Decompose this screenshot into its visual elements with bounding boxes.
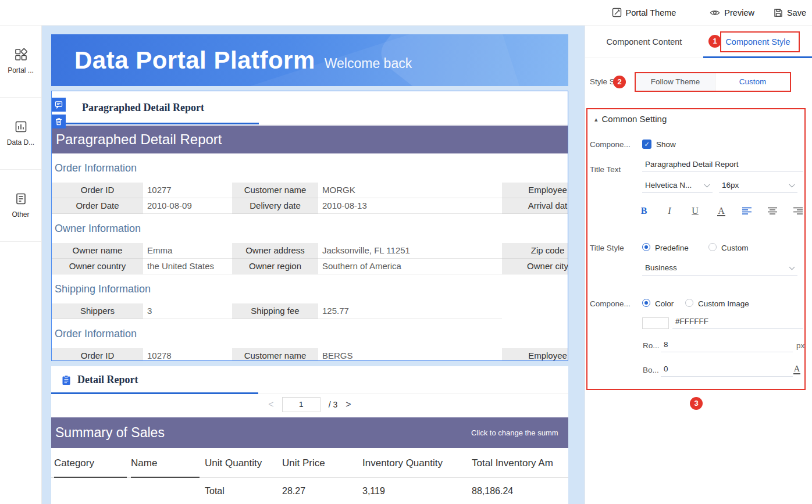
data-chart-icon xyxy=(15,120,27,133)
font-color-button[interactable]: A xyxy=(713,203,729,219)
page-number-input[interactable]: 1 xyxy=(282,397,320,412)
preview-button[interactable]: Preview xyxy=(710,8,754,17)
common-setting-collapse[interactable]: Common Setting xyxy=(594,113,667,126)
border-color-button[interactable]: A xyxy=(789,362,805,377)
field-value: 10277 xyxy=(143,183,232,198)
align-right-icon xyxy=(793,207,803,215)
field-label: Owner name xyxy=(52,243,143,259)
font-size-select[interactable]: 16px xyxy=(719,178,797,193)
column-header: Name xyxy=(128,448,202,477)
color-swatch[interactable] xyxy=(642,317,669,329)
underline-button[interactable]: U xyxy=(687,203,703,219)
field-label: Shipping fee xyxy=(232,303,318,319)
pagination: < 1 / 3 > xyxy=(51,394,568,415)
predefine-style-select[interactable]: Business xyxy=(642,260,797,276)
component-tab-title[interactable]: Paragraphed Detail Report xyxy=(82,91,568,124)
sidebar-item-label: Portal ... xyxy=(8,66,34,74)
field-label: Order ID xyxy=(52,348,143,361)
field-label: Customer name xyxy=(232,183,318,198)
border-input[interactable]: 0 xyxy=(661,362,793,377)
portal-theme-label: Portal Theme xyxy=(626,8,676,17)
tab-component-content[interactable]: Component Content xyxy=(585,26,703,58)
follow-theme-option[interactable]: Follow Theme xyxy=(636,73,715,91)
paragraphed-report-component[interactable]: Paragraphed Detail Report Paragraphed De… xyxy=(51,91,568,361)
annotation-badge-1: 1 xyxy=(708,35,721,48)
banner-title: Data Portal Platform xyxy=(74,47,315,74)
banner-subtitle: Welcome back xyxy=(325,56,412,72)
custom-style-radio[interactable] xyxy=(708,243,717,251)
component-background-label: Compone... xyxy=(590,299,631,309)
table-cell xyxy=(51,478,128,504)
field-label: Employee xyxy=(502,183,568,198)
field-label: Employee xyxy=(502,348,568,361)
bg-custom-image-label: Custom Image xyxy=(698,299,749,309)
preview-icon xyxy=(710,9,720,17)
field-value: Southern of America xyxy=(318,259,502,274)
bold-button[interactable]: B xyxy=(636,203,652,219)
field-label: Shippers xyxy=(52,303,143,319)
prev-page-button[interactable]: < xyxy=(268,399,273,410)
active-tab-underline xyxy=(52,123,259,124)
bg-custom-image-radio[interactable] xyxy=(685,299,693,307)
radius-input[interactable]: 8 xyxy=(661,337,793,352)
annotation-badge-3: 3 xyxy=(690,397,703,410)
component-titlebar: Detail Report xyxy=(51,366,568,394)
border-color-glyph: A xyxy=(793,364,801,374)
show-checkbox[interactable] xyxy=(642,140,651,149)
field-row: Order ID 10278 Customer name BERGS Emplo… xyxy=(52,348,568,361)
sidebar-item-portal-components[interactable]: Portal ... xyxy=(0,26,41,98)
field-row: Owner country the United States Owner re… xyxy=(52,259,568,274)
field-row: Order ID 10277 Customer name MORGK Emplo… xyxy=(52,183,568,198)
component-title-label: Compone... xyxy=(590,140,631,149)
bg-color-radio[interactable] xyxy=(642,299,650,307)
section-title: Order Information xyxy=(55,160,568,176)
table-cell: 88,186.24 xyxy=(469,478,568,504)
font-color-glyph: A xyxy=(717,206,725,216)
field-value: BERGS xyxy=(318,348,502,361)
component-tab-title[interactable]: Detail Report xyxy=(77,366,568,393)
detail-report-component[interactable]: Detail Report < 1 / 3 > Summary of Sales… xyxy=(51,366,568,504)
column-header: Total Inventory Am xyxy=(469,448,568,477)
italic-button[interactable]: I xyxy=(661,203,678,219)
sidebar-item-data-display[interactable]: Data D... xyxy=(0,98,41,170)
section-title: Owner Information xyxy=(55,221,568,236)
predefine-style-value: Business xyxy=(645,263,677,272)
color-hex-input[interactable]: #FFFFFF xyxy=(672,314,803,329)
font-family-select[interactable]: Helvetica N... xyxy=(642,178,713,193)
align-center-button[interactable] xyxy=(764,203,781,219)
custom-option[interactable]: Custom xyxy=(715,73,790,91)
summary-table-total-row: Total 28.27 3,119 88,186.24 xyxy=(51,478,568,504)
table-cell: Total xyxy=(202,478,279,504)
custom-style-label: Custom xyxy=(721,244,749,253)
field-label: Delivery date xyxy=(232,198,318,214)
sidebar-item-other[interactable]: Other xyxy=(0,170,41,242)
table-cell: 28.27 xyxy=(279,478,359,504)
portal-theme-button[interactable]: Portal Theme xyxy=(612,8,676,17)
field-label: Order ID xyxy=(52,183,143,198)
title-style-label: Title Style xyxy=(590,244,624,253)
field-label: Owner address xyxy=(232,243,318,259)
panel-tabbar: Component Content Component Style 1 xyxy=(585,26,812,58)
next-page-button[interactable]: > xyxy=(346,399,351,410)
design-canvas[interactable]: Data Portal Platform Welcome back Paragr… xyxy=(42,26,585,504)
table-cell: 3,119 xyxy=(359,478,469,504)
title-text-input[interactable]: Paragraphed Detail Report xyxy=(642,157,803,172)
document-icon xyxy=(15,192,27,205)
edit-note-button[interactable] xyxy=(52,98,66,112)
align-left-button[interactable] xyxy=(739,203,755,219)
portal-banner[interactable]: Data Portal Platform Welcome back xyxy=(51,34,568,86)
topbar: Portal Theme Preview Save xyxy=(0,0,812,26)
report-title-header: Paragraphed Detail Report xyxy=(52,126,568,153)
save-button[interactable]: Save xyxy=(774,8,806,17)
delete-component-button[interactable] xyxy=(52,115,66,128)
app-root: Portal Theme Preview Save Portal ... Dat… xyxy=(0,0,812,504)
field-value: 10278 xyxy=(143,348,232,361)
align-right-button[interactable] xyxy=(790,203,806,219)
predefine-radio[interactable] xyxy=(642,243,650,251)
component-toolbar xyxy=(52,98,66,128)
sidebar-item-label: Other xyxy=(12,210,29,219)
style-setting-toggle: Follow Theme Custom xyxy=(635,72,791,92)
summary-method-hint[interactable]: Click to change the summ xyxy=(471,417,558,448)
report-body: Order Information Order ID 10277 Custome… xyxy=(52,160,568,361)
save-label: Save xyxy=(787,8,806,17)
